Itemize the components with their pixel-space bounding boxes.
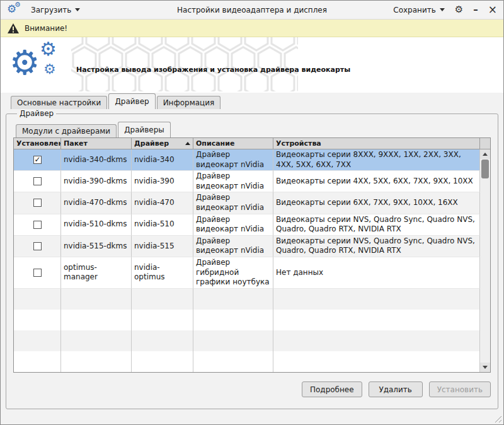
cell-driver: nvidia-510 xyxy=(132,214,193,236)
empty-rows-area xyxy=(14,289,480,372)
cell-devices: Видеокарты серии 6XX, 7XX, 9XX, 10XX, 16… xyxy=(273,192,480,214)
settings-gear-button[interactable]: ⚙ xyxy=(455,5,463,15)
cell-package: nvidia-470-dkms xyxy=(61,192,132,214)
cell-driver: nvidia-470 xyxy=(132,192,193,214)
column-header-driver[interactable]: Драйвер xyxy=(132,138,193,149)
resize-grip[interactable] xyxy=(493,414,501,422)
table-main: Установлен Пакет Драйвер Описание Устрой… xyxy=(14,138,480,372)
drivers-table: Установлен Пакет Драйвер Описание Устрой… xyxy=(13,137,491,373)
action-buttons: Подробнее Удалить Установить xyxy=(13,381,491,397)
tab-driver[interactable]: Драйвер xyxy=(108,93,155,109)
table-row[interactable]: nvidia-510-dkms nvidia-510 Драйвер видео… xyxy=(14,214,480,236)
installed-checkbox[interactable] xyxy=(33,199,42,207)
installed-checkbox[interactable] xyxy=(33,177,42,185)
cell-description: Драйвер видеокарт nVidia xyxy=(193,236,273,257)
cell-driver: nvidia-390 xyxy=(132,171,193,192)
details-button[interactable]: Подробнее xyxy=(302,381,362,397)
scroll-up-button[interactable] xyxy=(480,149,490,159)
cell-description: Драйвер видеокарт nVidia xyxy=(193,214,273,236)
groupbox-label: Драйвер xyxy=(17,109,56,118)
table-header: Установлен Пакет Драйвер Описание Устрой… xyxy=(14,138,480,149)
save-menu-label: Сохранить xyxy=(393,6,436,15)
cell-installed xyxy=(14,214,61,236)
cell-description: Драйвер видеокарт nVidia xyxy=(193,192,273,214)
cell-package: nvidia-515-dkms xyxy=(61,236,132,257)
cell-installed xyxy=(14,192,61,214)
gear-icon: ⚙ xyxy=(9,46,40,80)
remove-button[interactable]: Удалить xyxy=(369,381,423,397)
tab-information[interactable]: Информация xyxy=(157,96,221,109)
column-header-package[interactable]: Пакет xyxy=(61,138,132,149)
table-row[interactable]: optimus-manager nvidia-optimus Драйвер г… xyxy=(14,257,480,289)
scroll-down-button[interactable] xyxy=(480,363,490,372)
install-button[interactable]: Установить xyxy=(429,381,491,397)
cell-description: Драйвер видеокарт nVidia xyxy=(193,149,273,171)
tab-driver-modules[interactable]: Модули с драйверами xyxy=(16,124,117,137)
cell-package: nvidia-340-dkms xyxy=(61,149,132,171)
tab-drivers[interactable]: Драйверы xyxy=(118,122,171,137)
titlebar-right: Сохранить ⚙ – × xyxy=(393,4,497,15)
cell-devices: Нет данных xyxy=(273,257,480,289)
save-menu-button[interactable]: Сохранить xyxy=(393,6,445,15)
arrow-down-icon xyxy=(483,366,488,369)
scrollbar-corner xyxy=(480,138,490,149)
cell-package: nvidia-390-dkms xyxy=(61,171,132,192)
gear-icon: ⚙ xyxy=(40,40,57,59)
status-bar xyxy=(1,409,503,424)
hero-caption: Настройка вывода изображения и установка… xyxy=(76,66,350,74)
driver-groupbox: Драйвер Модули с драйверами Драйверы Уст… xyxy=(6,109,498,409)
cell-installed xyxy=(14,149,61,171)
scrollbar-track[interactable] xyxy=(480,159,490,363)
inner-tab-bar: Модули с драйверами Драйверы xyxy=(16,122,491,137)
titlebar-left: ⚙ ⚙ Загрузить xyxy=(7,3,80,17)
cell-description: Драйвер гибридной графики ноутбука xyxy=(193,257,273,289)
installed-checkbox[interactable] xyxy=(33,269,42,277)
cell-devices: Видеокарты серии 8XXX, 9XXX, 1XX, 2XX, 3… xyxy=(273,149,480,171)
gear-icon: ⚙ xyxy=(14,1,21,8)
app-window: Настройки видеоадаптера и дисплея ⚙ ⚙ За… xyxy=(0,0,504,425)
cell-installed xyxy=(14,171,61,192)
warning-text: Внимание! xyxy=(25,24,67,33)
app-logo: ⚙ ⚙ ⚙ xyxy=(9,41,72,91)
minimize-button[interactable]: – xyxy=(473,5,478,15)
column-header-installed[interactable]: Установлен xyxy=(14,138,61,149)
load-menu-label: Загрузить xyxy=(31,6,71,15)
cell-driver: nvidia-optimus xyxy=(132,257,193,289)
cell-installed xyxy=(14,236,61,257)
warning-banner: Внимание! xyxy=(1,20,503,37)
cell-package: nvidia-510-dkms xyxy=(61,214,132,236)
installed-checkbox[interactable] xyxy=(33,156,42,164)
table-body: nvidia-340-dkms nvidia-340 Драйвер видео… xyxy=(14,149,480,372)
gear-icon: ⚙ xyxy=(43,62,56,76)
cell-installed xyxy=(14,257,61,289)
vertical-scrollbar[interactable] xyxy=(480,149,490,372)
cell-driver: nvidia-515 xyxy=(132,236,193,257)
cell-devices: Видеокарты серии 4XX, 5XX, 6XX, 7XX, 9XX… xyxy=(273,171,480,192)
chevron-down-icon xyxy=(75,8,80,11)
column-header-description[interactable]: Описание xyxy=(193,138,273,149)
arrow-up-icon xyxy=(483,153,488,156)
cell-description: Драйвер видеокарт nVidia xyxy=(193,171,273,192)
warning-icon xyxy=(7,23,20,34)
app-icon: ⚙ ⚙ xyxy=(7,3,23,17)
table-row[interactable]: nvidia-515-dkms nvidia-515 Драйвер видео… xyxy=(14,236,480,257)
load-menu-button[interactable]: Загрузить xyxy=(31,6,80,15)
table-row[interactable]: nvidia-340-dkms nvidia-340 Драйвер видео… xyxy=(14,149,480,171)
close-button[interactable]: × xyxy=(488,4,497,15)
titlebar: Настройки видеоадаптера и дисплея ⚙ ⚙ За… xyxy=(1,1,503,20)
scrollbar-thumb[interactable] xyxy=(481,160,489,178)
hero-header: ⚙ ⚙ ⚙ Настройка вывода изображения и уст… xyxy=(1,37,503,93)
tab-main-settings[interactable]: Основные настройки xyxy=(11,96,107,109)
scrollbar-column xyxy=(480,138,490,372)
table-row[interactable]: nvidia-470-dkms nvidia-470 Драйвер видео… xyxy=(14,192,480,214)
cell-driver: nvidia-340 xyxy=(132,149,193,171)
table-row[interactable]: nvidia-390-dkms nvidia-390 Драйвер видео… xyxy=(14,171,480,192)
column-header-devices[interactable]: Устройства xyxy=(273,138,480,149)
installed-checkbox[interactable] xyxy=(33,242,42,250)
installed-checkbox[interactable] xyxy=(33,221,42,229)
column-header-driver-label: Драйвер xyxy=(134,139,169,148)
cell-package: optimus-manager xyxy=(61,257,132,289)
chevron-down-icon xyxy=(440,8,445,11)
hexagon-pattern xyxy=(71,37,298,91)
sort-ascending-icon xyxy=(185,142,190,145)
